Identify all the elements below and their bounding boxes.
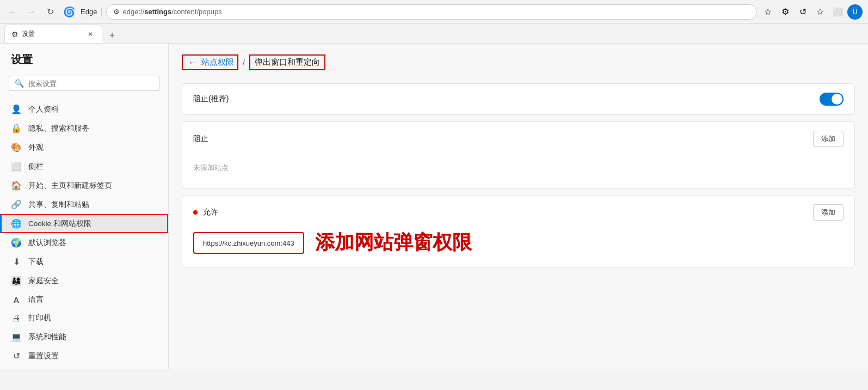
sidebar-item-label: 外观	[28, 143, 44, 153]
forward-button[interactable]: →	[24, 4, 39, 20]
sidebar-item-sharing[interactable]: 🔗 共享、复制和粘贴	[0, 195, 168, 214]
page-icon: ⚙	[113, 8, 120, 16]
sidebar-item-default-browser[interactable]: 🌍 默认浏览器	[0, 233, 168, 252]
new-tab-button[interactable]: +	[104, 28, 120, 43]
sidebar-item-label: 下载	[28, 257, 44, 267]
profile-icon: 👤	[11, 104, 22, 114]
allow-section-label: 允许	[193, 208, 218, 217]
breadcrumb-current: 弹出窗口和重定向	[255, 57, 320, 68]
sidebar-item-label: 默认浏览器	[28, 238, 66, 248]
block-recommended-header: 阻止(推荐)	[182, 84, 854, 114]
lock-icon: 🔒	[11, 123, 22, 133]
settings-tab[interactable]: ⚙ 设置 ✕	[4, 25, 102, 43]
sidebar-item-family[interactable]: 👨‍👩‍👧 家庭安全	[0, 271, 168, 290]
sidebar-item-label: 个人资料	[28, 105, 59, 114]
block-recommended-card: 阻止(推荐)	[182, 83, 855, 115]
allow-section-header: 允许 添加	[182, 196, 854, 229]
address-suffix: /content/popups	[171, 8, 222, 16]
sidebar-item-cookies[interactable]: 🌐 Cookie 和网站权限	[0, 214, 168, 233]
sidebar-item-reset[interactable]: ↺ 重置设置	[0, 346, 168, 365]
block-section-label: 阻止	[193, 134, 208, 144]
favorites-star-icon[interactable]: ☆	[760, 4, 775, 20]
favorites-icon[interactable]: ☆	[812, 4, 828, 20]
allow-section-body: https://kc.zhixueyun.com:443 添加网站弹窗权限	[182, 229, 854, 267]
search-box[interactable]: 🔍	[9, 76, 159, 91]
reading-list-icon[interactable]: ↺	[795, 4, 810, 20]
edge-label: Edge	[81, 8, 97, 16]
sidebar-item-mobile[interactable]: 📱 手机和其他设备	[0, 365, 168, 369]
tab-favicon: ⚙	[11, 30, 19, 39]
sidebar-item-profile[interactable]: 👤 个人资料	[0, 100, 168, 119]
sidebar-item-appearance[interactable]: 🎨 外观	[0, 138, 168, 157]
sidebar-item-system[interactable]: 💻 系统和性能	[0, 327, 168, 346]
split-view-icon[interactable]: ⬜	[830, 4, 845, 20]
breadcrumb: ← 站点权限 / 弹出窗口和重定向	[182, 54, 855, 70]
home-icon: 🏠	[11, 180, 22, 191]
sidebar-title: 设置	[0, 52, 168, 76]
address-bar[interactable]: ⚙ edge://settings/content/popups	[106, 4, 757, 20]
sidebar-item-language[interactable]: A 语言	[0, 290, 168, 309]
reset-icon: ↺	[11, 351, 22, 361]
allowed-site-url: https://kc.zhixueyun.com:443	[203, 239, 294, 247]
share-icon: 🔗	[11, 199, 22, 210]
back-button[interactable]: ←	[5, 4, 21, 20]
main-content: ← 站点权限 / 弹出窗口和重定向 阻止(推荐) 阻止 添加 未添加站点	[169, 44, 868, 369]
sidebar-item-label: 打印机	[28, 313, 51, 323]
tab-bar: ⚙ 设置 ✕ +	[0, 24, 868, 44]
edge-logo-icon: 🌀	[63, 6, 75, 18]
block-section-header: 阻止 添加	[182, 122, 854, 156]
block-recommended-label: 阻止(推荐)	[193, 94, 229, 104]
system-icon: 💻	[11, 332, 22, 342]
breadcrumb-separator: /	[243, 58, 245, 67]
page-body: 设置 🔍 👤 个人资料 🔒 隐私、搜索和服务 🎨 外观 ⬜ 侧栏 🏠 开始、主页…	[0, 44, 868, 369]
address-prefix: edge://	[123, 8, 145, 16]
sidebar-item-label: Cookie 和网站权限	[28, 219, 91, 229]
search-input[interactable]	[28, 80, 153, 88]
block-empty-text: 未添加站点	[193, 156, 844, 179]
sidebar-item-label: 家庭安全	[28, 276, 59, 286]
red-dot-icon	[193, 210, 198, 215]
address-bold-part: settings	[144, 8, 171, 16]
download-icon: ⬇	[11, 257, 22, 267]
breadcrumb-parent-link[interactable]: 站点权限	[201, 57, 234, 68]
language-icon: A	[11, 295, 22, 304]
profile-avatar[interactable]: U	[847, 4, 863, 20]
sidebar-item-printer[interactable]: 🖨 打印机	[0, 309, 168, 327]
annotation-text: 添加网站弹窗权限	[315, 229, 472, 256]
toolbar-icons: ☆ ⚙ ↺ ☆ ⬜ U	[760, 4, 863, 20]
breadcrumb-back-button[interactable]: ←	[186, 58, 199, 68]
search-icon: 🔍	[15, 79, 24, 88]
tab-close-icon[interactable]: ✕	[85, 29, 95, 39]
collections-icon[interactable]: ⚙	[778, 4, 793, 20]
allow-section-card: 允许 添加 https://kc.zhixueyun.com:443 添加网站弹…	[182, 195, 855, 267]
sidebar-item-label: 开始、主页和新建标签页	[28, 181, 112, 191]
block-section-card: 阻止 添加 未添加站点	[182, 121, 855, 188]
sidebar-item-downloads[interactable]: ⬇ 下载	[0, 252, 168, 271]
sidebar-item-sidebar[interactable]: ⬜ 侧栏	[0, 157, 168, 176]
family-icon: 👨‍👩‍👧	[11, 276, 22, 286]
sidebar-item-label: 重置设置	[28, 351, 59, 361]
sidebar-item-start[interactable]: 🏠 开始、主页和新建标签页	[0, 176, 168, 195]
browser-icon: 🌍	[11, 237, 22, 248]
block-add-button[interactable]: 添加	[813, 131, 844, 147]
appearance-icon: 🎨	[11, 142, 22, 153]
block-section-body: 未添加站点	[182, 156, 854, 188]
address-separator: |	[100, 7, 102, 17]
sidebar-item-label: 隐私、搜索和服务	[28, 124, 89, 133]
allow-add-button[interactable]: 添加	[813, 204, 844, 221]
block-recommended-toggle[interactable]	[820, 93, 844, 106]
tab-label: 设置	[22, 29, 82, 39]
sidebar-icon: ⬜	[11, 161, 22, 172]
address-text: edge://settings/content/popups	[123, 8, 222, 16]
cookie-icon: 🌐	[11, 218, 22, 229]
sidebar: 设置 🔍 👤 个人资料 🔒 隐私、搜索和服务 🎨 外观 ⬜ 侧栏 🏠 开始、主页…	[0, 44, 169, 369]
sidebar-item-label: 系统和性能	[28, 332, 66, 342]
sidebar-item-label: 共享、复制和粘贴	[28, 200, 89, 210]
sidebar-item-privacy[interactable]: 🔒 隐私、搜索和服务	[0, 119, 168, 138]
printer-icon: 🖨	[11, 313, 22, 323]
sidebar-item-label: 语言	[28, 295, 44, 304]
refresh-button[interactable]: ↻	[42, 4, 58, 20]
browser-chrome: ← → ↻ 🌀 Edge | ⚙ edge://settings/content…	[0, 0, 868, 24]
sidebar-item-label: 侧栏	[28, 162, 44, 172]
